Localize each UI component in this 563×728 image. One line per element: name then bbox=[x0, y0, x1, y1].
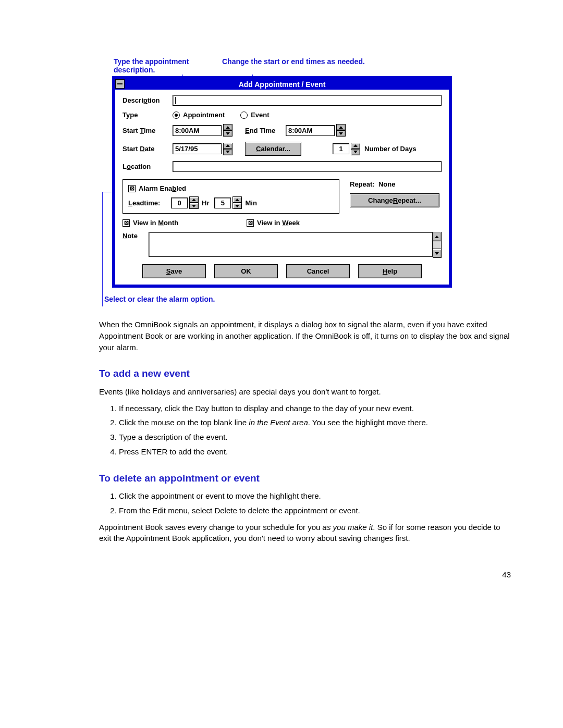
help-button[interactable]: Help bbox=[358, 264, 422, 278]
location-input[interactable] bbox=[173, 161, 442, 172]
lead-hr-spinner[interactable] bbox=[189, 196, 199, 209]
calendar-button[interactable]: Calendar... bbox=[245, 142, 301, 156]
list-item: Press ENTER to add the event. bbox=[119, 446, 511, 458]
callout-times: Change the start or end times as needed. bbox=[222, 57, 365, 74]
steps-delete: Click the appointment or event to move t… bbox=[109, 490, 511, 516]
add-appointment-dialog: Add Appointment / Event Description Type… bbox=[112, 76, 452, 288]
change-repeat-button[interactable]: Change Repeat... bbox=[350, 193, 439, 207]
ok-button[interactable]: OK bbox=[214, 264, 278, 278]
start-date-input[interactable]: 5/17/95 bbox=[173, 143, 222, 154]
cancel-button[interactable]: Cancel bbox=[286, 264, 350, 278]
end-time-label: End Time bbox=[245, 127, 286, 134]
list-item: Click the appointment or event to move t… bbox=[119, 490, 511, 502]
save-button[interactable]: Save bbox=[142, 264, 206, 278]
alarm-group: ⊠ Alarm Enabled Leadtime: 0 Hr bbox=[123, 179, 339, 214]
list-item: Click the mouse on the top blank line in… bbox=[119, 417, 511, 428]
paragraph: When the OmniBook signals an appointment… bbox=[99, 319, 511, 353]
start-time-label: Start Time bbox=[123, 127, 173, 134]
guide-line bbox=[102, 192, 103, 306]
paragraph: Appointment Book saves every change to y… bbox=[99, 522, 511, 545]
end-time-spinner[interactable] bbox=[336, 124, 346, 137]
lead-hr-input[interactable]: 0 bbox=[171, 198, 188, 208]
paragraph: Events (like holidays and anniversaries)… bbox=[99, 386, 511, 398]
dialog-title: Add Appointment / Event bbox=[239, 80, 326, 89]
repeat-label: Repeat: None bbox=[350, 180, 442, 188]
description-label: Description bbox=[123, 96, 173, 104]
heading-delete: To delete an appointment or event bbox=[99, 471, 511, 486]
type-label: Type bbox=[123, 111, 173, 119]
start-date-label: Start Date bbox=[123, 145, 173, 153]
view-month-checkbox[interactable]: ⊠ View in Month bbox=[123, 219, 237, 227]
note-label: Note bbox=[123, 232, 149, 240]
end-time-input[interactable]: 8:00AM bbox=[286, 125, 335, 136]
callout-description: Type the appointment description. bbox=[114, 57, 222, 74]
system-menu-icon[interactable] bbox=[115, 79, 125, 89]
list-item: Type a description of the event. bbox=[119, 431, 511, 443]
num-days-input[interactable]: 1 bbox=[333, 143, 349, 154]
page-number: 43 bbox=[99, 570, 511, 579]
start-time-input[interactable]: 8:00AM bbox=[173, 125, 222, 136]
leadtime-label: Leadtime: bbox=[128, 199, 171, 207]
note-scrollbar[interactable] bbox=[433, 232, 442, 258]
heading-add-event: To add a new event bbox=[99, 366, 511, 381]
alarm-enabled-checkbox[interactable]: ⊠ Alarm Enabled bbox=[128, 184, 186, 192]
list-item: From the Edit menu, select Delete to del… bbox=[119, 505, 511, 516]
steps-add-event: If necessary, click the Day button to di… bbox=[109, 403, 511, 458]
callout-alarm: Select or clear the alarm option. bbox=[104, 295, 511, 303]
lead-min-spinner[interactable] bbox=[232, 196, 242, 209]
appointment-radio[interactable]: Appointment bbox=[173, 111, 225, 119]
callouts-top: Type the appointment description. Change… bbox=[114, 57, 511, 74]
title-bar: Add Appointment / Event bbox=[115, 79, 449, 90]
start-time-spinner[interactable] bbox=[223, 124, 232, 137]
lead-min-input[interactable]: 5 bbox=[214, 198, 231, 208]
note-input[interactable] bbox=[149, 232, 433, 257]
min-label: Min bbox=[245, 199, 256, 207]
num-days-spinner[interactable] bbox=[351, 143, 360, 155]
hr-label: Hr bbox=[202, 199, 209, 207]
view-week-checkbox[interactable]: ⊠ View in Week bbox=[247, 219, 300, 227]
description-input[interactable] bbox=[173, 95, 442, 106]
location-label: Location bbox=[123, 163, 173, 170]
event-radio[interactable]: Event bbox=[240, 111, 269, 119]
start-date-spinner[interactable] bbox=[223, 143, 232, 155]
num-days-label: Number of Days bbox=[364, 145, 417, 153]
list-item: If necessary, click the Day button to di… bbox=[119, 403, 511, 414]
